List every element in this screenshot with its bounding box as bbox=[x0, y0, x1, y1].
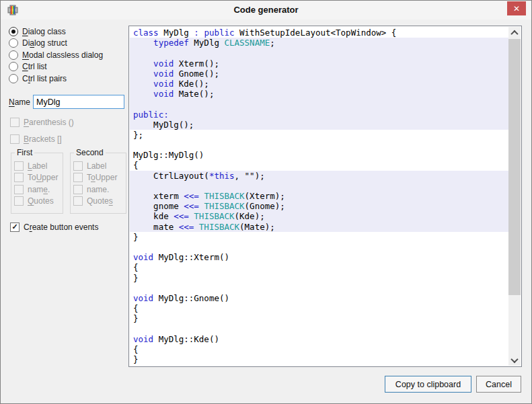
checkbox-toupper: ToUpper bbox=[14, 173, 63, 183]
code-generator-dialog: Code generator ✕ Dialog classDialog stru… bbox=[0, 0, 532, 404]
checkbox-unchecked-icon bbox=[10, 118, 20, 127]
code-line: mate <<= THISBACK(Mate); bbox=[130, 222, 509, 232]
checkbox-label: name. bbox=[87, 185, 109, 194]
checkbox-label: Brackets [] bbox=[24, 134, 62, 144]
code-line: MyDlg(); bbox=[130, 120, 509, 130]
option-checkboxes: Parenthesis ()Brackets [] bbox=[10, 118, 74, 152]
chevron-down-icon bbox=[510, 355, 518, 362]
radio-ctrl-list[interactable]: Ctrl list bbox=[9, 63, 103, 72]
checkbox-unchecked-icon bbox=[14, 173, 24, 182]
cancel-button[interactable]: Cancel bbox=[476, 376, 521, 393]
radio-dialog-class[interactable]: Dialog class bbox=[9, 27, 103, 36]
checkbox-unchecked-icon bbox=[10, 134, 20, 144]
close-icon: ✕ bbox=[513, 4, 520, 13]
code-line bbox=[130, 181, 509, 191]
checkbox-name: name. bbox=[14, 185, 63, 194]
copy-to-clipboard-button[interactable]: Copy to clipboard bbox=[385, 376, 471, 393]
checkbox-label: Label bbox=[87, 161, 106, 171]
code-line: { bbox=[130, 160, 509, 170]
checkbox-create-button-events[interactable]: ✓Create button events bbox=[10, 223, 98, 232]
checkbox-label: ToUpper bbox=[28, 173, 58, 182]
group-second: SecondLabelToUppername.Quotes bbox=[70, 153, 126, 214]
checkbox-label: Quotes bbox=[28, 196, 54, 206]
checkbox-unchecked-icon bbox=[14, 161, 24, 171]
checkbox-label: Label bbox=[28, 161, 47, 171]
group-title: First bbox=[15, 148, 34, 157]
code-line: void MyDlg::Xterm() bbox=[130, 252, 509, 262]
generator-type-radio-group: Dialog classDialog structModal classless… bbox=[9, 27, 103, 86]
code-line: } bbox=[130, 354, 509, 364]
checkbox-quotes: Quotes bbox=[14, 197, 63, 206]
close-button[interactable]: ✕ bbox=[507, 1, 526, 15]
create-button-events-area: ✓Create button events bbox=[10, 223, 98, 235]
code-line: void MyDlg::Gnome() bbox=[130, 293, 509, 303]
checkbox-label: Quotes bbox=[87, 196, 113, 206]
name-label: Name bbox=[9, 97, 30, 107]
checkbox-label: Label bbox=[14, 161, 63, 171]
code-line: CtrlLayout(*this, ""); bbox=[130, 171, 509, 181]
checkbox-label: ToUpper bbox=[87, 173, 117, 182]
code-line: } bbox=[130, 313, 509, 323]
code-line: void Xterm(); bbox=[130, 58, 509, 69]
checkbox-checked-icon: ✓ bbox=[10, 223, 20, 232]
code-line: public: bbox=[130, 110, 509, 120]
checkbox-label: Label bbox=[73, 161, 126, 171]
checkbox-brackets: Brackets [] bbox=[10, 135, 74, 145]
code-line bbox=[130, 140, 509, 150]
code-line: { bbox=[130, 262, 509, 272]
checkbox-unchecked-icon bbox=[73, 196, 83, 206]
code-line: xterm <<= THISBACK(Xterm); bbox=[130, 191, 509, 201]
code-line bbox=[130, 48, 509, 58]
radio-selected-icon bbox=[9, 27, 18, 36]
checkbox-name: name. bbox=[73, 185, 126, 194]
code-line: class MyDlg : public WithSetupIdeLayout<… bbox=[130, 28, 509, 38]
code-line bbox=[130, 99, 509, 109]
code-line: }; bbox=[130, 130, 509, 140]
code-line: { bbox=[130, 344, 509, 354]
code-line: gnome <<= THISBACK(Gnome); bbox=[130, 201, 509, 211]
code-line: void Gnome(); bbox=[130, 69, 509, 79]
checkbox-parenthesis: Parenthesis () bbox=[10, 118, 74, 127]
radio-dialog-struct[interactable]: Dialog struct bbox=[9, 39, 103, 48]
group-title: Second bbox=[74, 148, 106, 157]
checkbox-label: Create button events bbox=[24, 223, 98, 232]
radio-label: Dialog class bbox=[22, 27, 66, 36]
radio-label: Dialog struct bbox=[22, 38, 67, 48]
code-line bbox=[130, 242, 509, 252]
checkbox-unchecked-icon bbox=[73, 161, 83, 171]
radio-modal-classless-dialog[interactable]: Modal classless dialog bbox=[9, 50, 103, 60]
code-line: void Kde(); bbox=[130, 79, 509, 89]
generated-code: class MyDlg : public WithSetupIdeLayout<… bbox=[130, 28, 509, 364]
scroll-up-button[interactable] bbox=[508, 27, 521, 38]
checkbox-unchecked-icon bbox=[73, 173, 83, 182]
code-line: void MyDlg::Kde() bbox=[130, 334, 509, 344]
radio-ctrl-list-pairs[interactable]: Ctrl list pairs bbox=[9, 74, 103, 83]
checkbox-toupper: ToUpper bbox=[73, 173, 126, 183]
checkbox-quotes: Quotes bbox=[73, 197, 126, 206]
name-input[interactable] bbox=[33, 95, 124, 109]
radio-label: Ctrl list pairs bbox=[22, 74, 67, 83]
vertical-scrollbar[interactable] bbox=[508, 27, 521, 366]
checkbox-unchecked-icon bbox=[73, 185, 83, 194]
code-editor[interactable]: class MyDlg : public WithSetupIdeLayout<… bbox=[128, 26, 522, 367]
scrollbar-thumb[interactable] bbox=[508, 39, 521, 295]
radio-unselected-icon bbox=[9, 50, 18, 60]
checkbox-unchecked-icon bbox=[14, 185, 24, 194]
scroll-down-button[interactable] bbox=[508, 354, 521, 366]
radio-label: Ctrl list bbox=[22, 62, 47, 71]
code-line: typedef MyDlg CLASSNAME; bbox=[130, 38, 509, 48]
radio-unselected-icon bbox=[9, 62, 18, 71]
checkbox-unchecked-icon bbox=[14, 196, 24, 206]
radio-unselected-icon bbox=[9, 74, 18, 83]
code-line: { bbox=[130, 303, 509, 313]
radio-unselected-icon bbox=[9, 38, 18, 48]
first-second-groups: FirstLabelToUppername.QuotesSecondLabelT… bbox=[11, 153, 126, 214]
title-bar: Code generator ✕ bbox=[1, 1, 531, 19]
code-line bbox=[130, 323, 509, 333]
code-line: kde <<= THISBACK(Kde); bbox=[130, 211, 509, 221]
code-line: MyDlg::MyDlg() bbox=[130, 150, 509, 160]
code-line: void Mate(); bbox=[130, 89, 509, 99]
chevron-up-icon bbox=[510, 30, 518, 37]
code-line: } bbox=[130, 232, 509, 242]
group-first: FirstLabelToUppername.Quotes bbox=[11, 153, 63, 214]
